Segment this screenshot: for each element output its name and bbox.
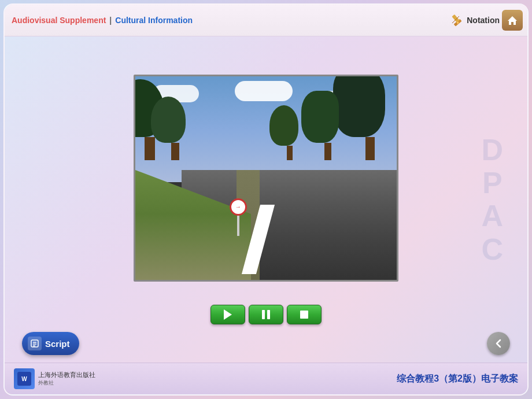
media-controls (210, 305, 322, 324)
pause-icon (262, 310, 270, 319)
main-content: DPAC (5, 36, 527, 363)
pause-bar-right (267, 310, 270, 319)
bottom-bar: W 上海外语教育出版社 外教社 综合教程3（第2版）电子教案 (5, 363, 527, 394)
sign-circle: → (230, 198, 247, 216)
play-button[interactable] (210, 305, 245, 324)
notation-area[interactable]: Notation (448, 10, 523, 31)
tree-right-2 (316, 91, 339, 160)
pause-button[interactable] (249, 305, 283, 324)
pause-bar-left (262, 310, 265, 319)
watermark: DPAC (481, 134, 504, 266)
svg-rect-1 (452, 14, 460, 23)
tree-area (135, 91, 397, 160)
script-icon (28, 337, 42, 350)
home-button[interactable] (502, 10, 523, 31)
publisher-info: 上海外语教育出版社 外教社 (38, 371, 95, 386)
svg-text:W: W (21, 376, 27, 382)
video-frame: → (135, 76, 397, 280)
sign-post (237, 216, 239, 236)
course-title: 综合教程3（第2版）电子教案 (397, 373, 518, 385)
tree-left-2 (164, 97, 186, 160)
video-player[interactable]: → (134, 75, 398, 282)
main-frame: Audiovisual Supplement | Cultural Inform… (3, 3, 529, 396)
play-icon (224, 309, 232, 320)
logo-icon: W (14, 368, 35, 389)
watermark-text: DPAC (481, 134, 504, 266)
breadcrumb: Audiovisual Supplement | Cultural Inform… (12, 16, 193, 25)
breadcrumb-cultural[interactable]: Cultural Information (115, 16, 193, 25)
publisher-logo: W 上海外语教育出版社 外教社 (14, 368, 95, 389)
publisher-name: 上海外语教育出版社 (38, 371, 95, 379)
notation-icon (448, 12, 464, 28)
road-sign: → (230, 198, 247, 236)
script-button[interactable]: Script (22, 332, 79, 355)
breadcrumb-audiovisual[interactable]: Audiovisual Supplement (12, 16, 106, 25)
publisher-sub: 外教社 (38, 379, 95, 387)
ground-area: → (135, 170, 397, 280)
tree-right-3 (281, 105, 298, 160)
stop-button[interactable] (287, 305, 322, 324)
breadcrumb-separator: | (109, 16, 112, 25)
svg-marker-4 (508, 16, 517, 25)
script-label: Script (45, 339, 70, 349)
back-button[interactable] (487, 332, 510, 355)
stop-icon (300, 311, 308, 319)
tree-right-1 (354, 76, 385, 160)
top-bar: Audiovisual Supplement | Cultural Inform… (5, 5, 527, 36)
notation-label[interactable]: Notation (467, 16, 500, 25)
